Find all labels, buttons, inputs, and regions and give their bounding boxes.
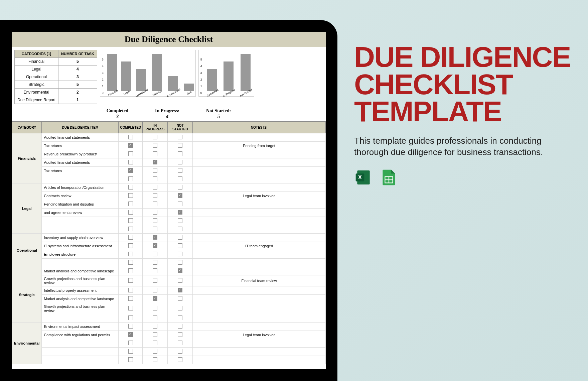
completed-cell[interactable] <box>119 267 143 275</box>
checkbox-icon[interactable] <box>178 210 182 215</box>
checkbox-icon[interactable] <box>128 176 133 181</box>
checkbox-icon[interactable] <box>178 185 182 189</box>
checkbox-icon[interactable] <box>128 143 133 148</box>
checkbox-icon[interactable] <box>153 227 157 231</box>
in-progress-cell[interactable] <box>143 348 168 356</box>
not-started-cell[interactable] <box>168 314 193 323</box>
completed-cell[interactable] <box>119 356 143 364</box>
checkbox-icon[interactable] <box>178 288 182 292</box>
in-progress-cell[interactable] <box>143 286 168 295</box>
not-started-cell[interactable] <box>168 286 193 295</box>
not-started-cell[interactable] <box>168 267 193 275</box>
checkbox-icon[interactable] <box>153 168 157 173</box>
checkbox-icon[interactable] <box>153 218 157 223</box>
checkbox-icon[interactable] <box>128 288 133 292</box>
not-started-cell[interactable] <box>168 323 193 331</box>
checkbox-icon[interactable] <box>128 243 133 248</box>
not-started-cell[interactable] <box>168 303 193 314</box>
checkbox-icon[interactable] <box>153 306 157 310</box>
not-started-cell[interactable] <box>168 331 193 339</box>
checkbox-icon[interactable] <box>153 143 157 148</box>
checkbox-icon[interactable] <box>178 332 182 337</box>
in-progress-cell[interactable] <box>143 142 168 150</box>
completed-cell[interactable] <box>119 250 143 259</box>
completed-cell[interactable] <box>119 200 143 209</box>
in-progress-cell[interactable] <box>143 242 168 250</box>
completed-cell[interactable] <box>119 175 143 183</box>
checkbox-icon[interactable] <box>178 143 182 148</box>
checkbox-icon[interactable] <box>128 252 133 256</box>
completed-cell[interactable] <box>119 339 143 348</box>
in-progress-cell[interactable] <box>143 192 168 200</box>
not-started-cell[interactable] <box>168 133 193 142</box>
checkbox-icon[interactable] <box>153 193 157 198</box>
completed-cell[interactable] <box>119 158 143 167</box>
completed-cell[interactable] <box>119 242 143 250</box>
checkbox-icon[interactable] <box>128 151 133 156</box>
checkbox-icon[interactable] <box>128 193 133 198</box>
not-started-cell[interactable] <box>168 295 193 303</box>
not-started-cell[interactable] <box>168 175 193 183</box>
checkbox-icon[interactable] <box>153 202 157 206</box>
in-progress-cell[interactable] <box>143 356 168 364</box>
checkbox-icon[interactable] <box>153 357 157 362</box>
completed-cell[interactable] <box>119 323 143 331</box>
checkbox-icon[interactable] <box>178 193 182 198</box>
checkbox-icon[interactable] <box>178 260 182 265</box>
not-started-cell[interactable] <box>168 217 193 225</box>
checkbox-icon[interactable] <box>153 151 157 156</box>
in-progress-cell[interactable] <box>143 323 168 331</box>
in-progress-cell[interactable] <box>143 200 168 209</box>
completed-cell[interactable] <box>119 142 143 150</box>
not-started-cell[interactable] <box>168 250 193 259</box>
checkbox-icon[interactable] <box>153 288 157 292</box>
checkbox-icon[interactable] <box>153 210 157 215</box>
checkbox-icon[interactable] <box>128 278 133 283</box>
in-progress-cell[interactable] <box>143 275 168 286</box>
completed-cell[interactable] <box>119 286 143 295</box>
checkbox-icon[interactable] <box>178 252 182 256</box>
completed-cell[interactable] <box>119 167 143 175</box>
checkbox-icon[interactable] <box>178 341 182 345</box>
completed-cell[interactable] <box>119 150 143 158</box>
not-started-cell[interactable] <box>168 348 193 356</box>
checkbox-icon[interactable] <box>178 135 182 139</box>
checkbox-icon[interactable] <box>128 268 133 273</box>
completed-cell[interactable] <box>119 331 143 339</box>
checkbox-icon[interactable] <box>128 341 133 345</box>
checkbox-icon[interactable] <box>153 235 157 240</box>
checkbox-icon[interactable] <box>128 227 133 231</box>
not-started-cell[interactable] <box>168 225 193 234</box>
checkbox-icon[interactable] <box>178 349 182 354</box>
completed-cell[interactable] <box>119 295 143 303</box>
checkbox-icon[interactable] <box>128 260 133 265</box>
checkbox-icon[interactable] <box>153 296 157 301</box>
in-progress-cell[interactable] <box>143 167 168 175</box>
checkbox-icon[interactable] <box>153 185 157 189</box>
checkbox-icon[interactable] <box>178 160 182 164</box>
checkbox-icon[interactable] <box>178 227 182 231</box>
completed-cell[interactable] <box>119 234 143 242</box>
checkbox-icon[interactable] <box>153 332 157 337</box>
checkbox-icon[interactable] <box>153 341 157 345</box>
in-progress-cell[interactable] <box>143 303 168 314</box>
not-started-cell[interactable] <box>168 339 193 348</box>
checkbox-icon[interactable] <box>153 349 157 354</box>
not-started-cell[interactable] <box>168 150 193 158</box>
checkbox-icon[interactable] <box>178 306 182 310</box>
in-progress-cell[interactable] <box>143 217 168 225</box>
completed-cell[interactable] <box>119 275 143 286</box>
in-progress-cell[interactable] <box>143 225 168 234</box>
not-started-cell[interactable] <box>168 234 193 242</box>
checkbox-icon[interactable] <box>128 332 133 337</box>
not-started-cell[interactable] <box>168 242 193 250</box>
checkbox-icon[interactable] <box>178 151 182 156</box>
checkbox-icon[interactable] <box>178 235 182 240</box>
completed-cell[interactable] <box>119 303 143 314</box>
in-progress-cell[interactable] <box>143 234 168 242</box>
checkbox-icon[interactable] <box>178 324 182 329</box>
not-started-cell[interactable] <box>168 209 193 217</box>
in-progress-cell[interactable] <box>143 267 168 275</box>
checkbox-icon[interactable] <box>178 218 182 223</box>
in-progress-cell[interactable] <box>143 331 168 339</box>
